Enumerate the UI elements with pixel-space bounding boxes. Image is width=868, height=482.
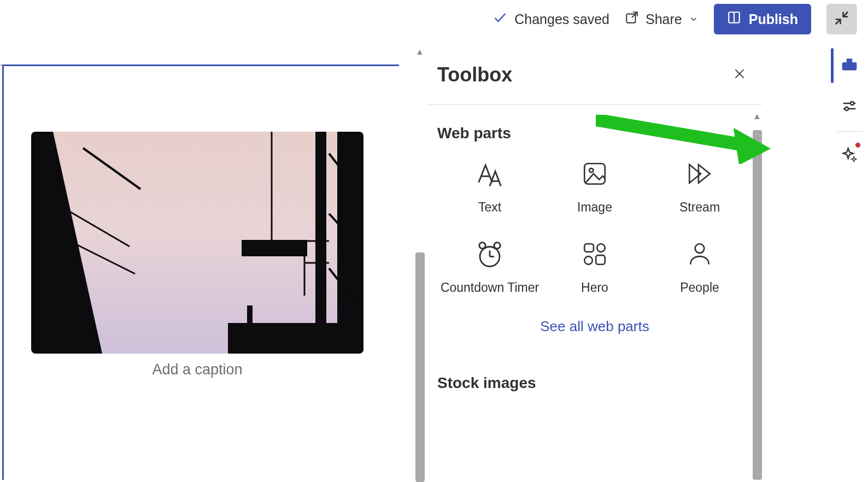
toolbox-title: Toolbox [437, 63, 512, 86]
see-all-webparts-link[interactable]: See all web parts [437, 318, 752, 335]
book-icon [727, 10, 741, 28]
svg-line-3 [843, 12, 848, 17]
toolbox-body: Web parts Text [427, 105, 762, 392]
tile-label: People [680, 280, 719, 295]
image-thumbnail[interactable] [31, 132, 363, 354]
webpart-stream[interactable]: Stream [647, 157, 752, 215]
publish-button[interactable]: Publish [714, 4, 811, 34]
hero-icon [578, 238, 611, 271]
svg-rect-15 [242, 240, 307, 256]
notification-dot [855, 143, 860, 148]
tile-label: Countdown Timer [441, 280, 539, 295]
svg-rect-16 [228, 323, 363, 354]
webparts-heading: Web parts [437, 125, 752, 142]
webpart-people[interactable]: People [647, 238, 752, 295]
toolbox-panel: Toolbox Web parts Text [427, 45, 762, 482]
rail-copilot-button[interactable] [831, 135, 868, 177]
collapse-button[interactable] [826, 4, 857, 34]
tile-label: Stream [679, 200, 720, 215]
canvas-scrollbar[interactable]: ▲ [413, 45, 427, 482]
svg-rect-37 [596, 255, 605, 264]
text-icon [473, 157, 506, 190]
save-status-text: Changes saved [514, 11, 609, 27]
tile-label: Text [478, 200, 501, 215]
rail-properties-button[interactable] [831, 86, 868, 128]
svg-point-44 [845, 107, 848, 110]
share-icon [625, 10, 639, 28]
svg-point-38 [695, 244, 705, 253]
close-panel-button[interactable] [732, 67, 747, 83]
collapse-icon [834, 10, 850, 28]
image-webpart-selected[interactable]: Add a caption [2, 64, 399, 480]
svg-point-42 [851, 102, 854, 105]
toolbox-icon [841, 56, 858, 75]
publish-label: Publish [749, 11, 798, 27]
svg-marker-5 [31, 132, 102, 354]
sliders-icon [841, 98, 858, 116]
command-bar: Changes saved Share Publish [0, 0, 868, 38]
webpart-text[interactable]: Text [437, 157, 542, 215]
side-rail [831, 45, 868, 482]
image-icon [578, 157, 611, 190]
rail-divider [836, 131, 863, 132]
page-canvas: Add a caption [0, 45, 412, 482]
svg-rect-39 [842, 62, 857, 70]
svg-rect-35 [597, 244, 605, 252]
webparts-grid: Text Image [437, 157, 752, 295]
stream-icon [683, 157, 716, 190]
scrollbar-thumb[interactable] [753, 130, 762, 480]
svg-point-26 [589, 168, 593, 172]
toolbox-scrollbar[interactable]: ▲ [750, 109, 764, 481]
svg-line-4 [836, 20, 841, 25]
save-status: Changes saved [492, 10, 609, 28]
scrollbar-thumb[interactable] [415, 252, 425, 482]
webpart-countdown-timer[interactable]: Countdown Timer [437, 238, 542, 295]
tile-label: Image [577, 200, 612, 215]
svg-rect-34 [584, 244, 594, 252]
checkmark-icon [492, 10, 508, 28]
sparkle-icon [842, 147, 857, 164]
caption-input[interactable]: Add a caption [31, 361, 363, 378]
webpart-image[interactable]: Image [542, 157, 647, 215]
webpart-hero[interactable]: Hero [542, 238, 647, 295]
svg-point-33 [494, 243, 500, 249]
scroll-up-icon[interactable]: ▲ [413, 45, 427, 59]
people-icon [683, 238, 716, 271]
rail-toolbox-button[interactable] [831, 45, 868, 86]
stock-images-heading: Stock images [437, 374, 752, 392]
chevron-down-icon [689, 11, 699, 27]
toolbox-header: Toolbox [427, 45, 762, 105]
svg-line-6 [83, 148, 140, 189]
svg-rect-9 [337, 132, 363, 354]
svg-point-32 [479, 243, 485, 249]
share-button[interactable]: Share [625, 10, 699, 28]
svg-rect-17 [247, 305, 253, 324]
clock-icon [473, 238, 506, 271]
svg-rect-10 [315, 132, 326, 354]
share-label: Share [646, 11, 682, 27]
tile-label: Hero [581, 280, 608, 295]
svg-rect-40 [847, 58, 853, 62]
scroll-up-icon[interactable]: ▲ [750, 109, 764, 124]
svg-rect-36 [584, 256, 593, 264]
